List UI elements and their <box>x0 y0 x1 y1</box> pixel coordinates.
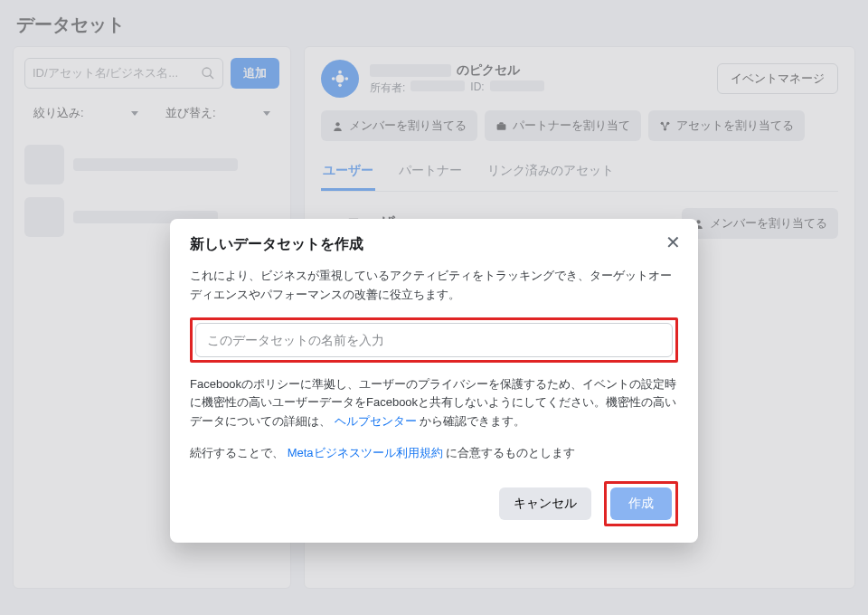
consent-pre: 続行することで、 <box>190 446 284 459</box>
consent-post: に合意するものとします <box>446 446 575 459</box>
policy-post: から確認できます。 <box>420 414 525 428</box>
terms-link[interactable]: Metaビジネスツール利用規約 <box>288 446 443 459</box>
modal-actions: キャンセル 作成 <box>190 481 678 526</box>
create-dataset-modal: 新しいデータセットを作成 ✕ これにより、ビジネスが重視しているアクティビティを… <box>170 219 698 543</box>
modal-title: 新しいデータセットを作成 <box>190 235 678 254</box>
create-button[interactable]: 作成 <box>610 487 672 520</box>
help-center-link[interactable]: ヘルプセンター <box>335 414 417 428</box>
modal-scrim[interactable]: 新しいデータセットを作成 ✕ これにより、ビジネスが重視しているアクティビティを… <box>0 0 868 615</box>
close-button[interactable]: ✕ <box>662 232 684 253</box>
cancel-button[interactable]: キャンセル <box>499 487 591 520</box>
modal-policy: Facebookのポリシーに準拠し、ユーザーのプライバシーを保護するため、イベン… <box>190 375 678 431</box>
dataset-name-highlight <box>190 317 678 363</box>
close-icon: ✕ <box>665 232 681 253</box>
dataset-name-input[interactable] <box>195 323 673 357</box>
modal-intro: これにより、ビジネスが重視しているアクティビティをトラッキングでき、ターゲットオ… <box>190 267 678 305</box>
modal-consent: 続行することで、 Metaビジネスツール利用規約 に合意するものとします <box>190 444 678 463</box>
create-highlight: 作成 <box>604 481 678 526</box>
